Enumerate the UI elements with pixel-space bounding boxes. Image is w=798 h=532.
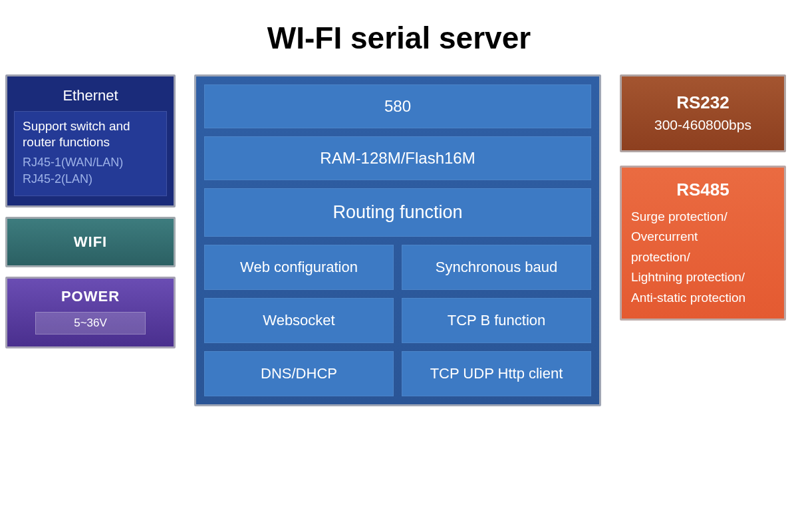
core-feature-sync-baud: Synchronous baud [402,245,591,290]
page-title: WI-FI serial server [0,0,798,74]
ethernet-desc: Support switch and router functions [23,118,158,150]
rs485-line: protection/ [631,247,775,267]
core-feature-grid: Web configuration Synchronous baud Webso… [204,245,591,396]
core-chip: 580 [204,84,591,128]
core-feature-websocket: Websocket [204,298,394,343]
rs485-line: Surge protection/ [631,207,775,227]
ethernet-port-2: RJ45-2(LAN) [23,172,158,186]
core-routing: Routing function [204,188,591,237]
wifi-block: WIFI [5,217,176,267]
core-feature-web-config: Web configuration [204,245,394,290]
diagram-container: Ethernet Support switch and router funct… [0,74,798,406]
power-block: POWER 5~36V [5,277,176,348]
core-memory: RAM-128M/Flash16M [204,136,591,180]
rs485-line: Overcurrent [631,227,775,247]
rs485-line: Anti-static protection [631,288,775,308]
center-column: 580 RAM-128M/Flash16M Routing function W… [194,74,601,406]
core-feature-dns-dhcp: DNS/DHCP [204,351,394,396]
core-block: 580 RAM-128M/Flash16M Routing function W… [194,74,601,406]
right-column: RS232 300-460800bps RS485 Surge protecti… [620,74,786,406]
power-spec: 5~36V [35,312,146,334]
core-feature-tcp-udp-http: TCP UDP Http client [402,351,591,396]
rs485-block: RS485 Surge protection/ Overcurrent prot… [620,166,786,321]
left-column: Ethernet Support switch and router funct… [5,74,176,406]
power-title: POWER [17,288,164,305]
rs232-block: RS232 300-460800bps [620,74,786,152]
core-feature-tcp-b: TCP B function [402,298,591,343]
rs232-spec: 300-460800bps [628,117,777,133]
rs485-line: Lightning protection/ [631,267,775,287]
ethernet-inner: Support switch and router functions RJ45… [14,111,167,196]
ethernet-port-1: RJ45-1(WAN/LAN) [23,156,158,170]
ethernet-block: Ethernet Support switch and router funct… [5,74,176,207]
rs485-title: RS485 [631,180,775,200]
ethernet-title: Ethernet [14,83,167,111]
rs232-title: RS232 [628,92,777,113]
rs485-body: Surge protection/ Overcurrent protection… [631,207,775,308]
